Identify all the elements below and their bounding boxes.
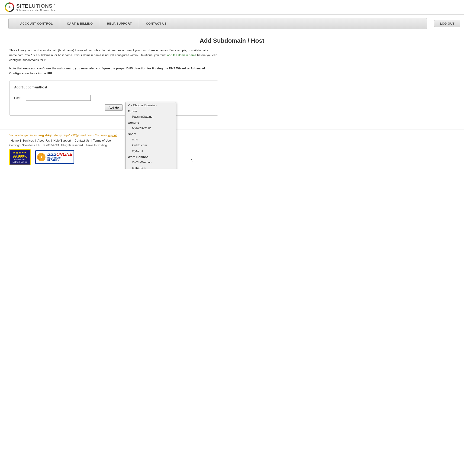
uptime-stars: ★★★★★ xyxy=(12,151,27,154)
dropdown-category-generic: Generic xyxy=(126,119,176,125)
footer-badges: ★★★★★ 99.999% FIVE NINES Network Uptime … xyxy=(9,149,455,165)
copyright: Copyright Sitelutions, LLC. © 2002-2024.… xyxy=(9,144,455,147)
footer-link-contact[interactable]: Contact Us xyxy=(75,139,89,142)
svg-point-1 xyxy=(9,6,10,8)
username: feng zhiqiu xyxy=(38,134,54,137)
bbb-badge: ★ BBBONLINE RELIABILITY PROGRAM xyxy=(35,150,74,164)
footer: You are logged in as feng zhiqiu (fengzh… xyxy=(0,129,464,169)
footer-link-terms[interactable]: Terms of Use xyxy=(93,139,111,142)
header: SITELUTIONS™ Solutions for your site. Al… xyxy=(0,0,464,15)
logged-in-status: You are logged in as feng zhiqiu (fengzh… xyxy=(9,134,455,137)
nav-help-support[interactable]: HELP/SUPPORT xyxy=(100,20,139,27)
bbb-text: BBBONLINE RELIABILITY PROGRAM xyxy=(47,152,72,162)
nav-account-control[interactable]: ACCOUNT CONTROL xyxy=(13,20,60,27)
host-input[interactable] xyxy=(26,95,91,101)
logo-tagline: Solutions for your site. All in one plac… xyxy=(16,9,56,12)
sep3: | xyxy=(51,139,52,142)
sep4: | xyxy=(72,139,73,142)
description: This allows you to add a subdomain (host… xyxy=(9,48,218,62)
dropdown-item-kwikto1[interactable]: kwikto.com xyxy=(126,142,176,148)
add-domain-link[interactable]: add the domain name xyxy=(167,53,196,57)
logo-area: SITELUTIONS™ Solutions for your site. Al… xyxy=(5,2,56,12)
logo-text: SITELUTIONS™ Solutions for your site. Al… xyxy=(16,3,56,12)
footer-link-about[interactable]: About Us xyxy=(37,139,50,142)
logo-icon xyxy=(5,2,14,12)
dropdown-item-passinggas[interactable]: PassingGas.net xyxy=(126,114,176,119)
logo-site: SITE xyxy=(16,3,29,9)
sep1: | xyxy=(20,139,21,142)
nav-cart-billing[interactable]: CART & BILLING xyxy=(60,20,100,27)
add-subdomain-form: Add Subdomain/Host Host: Add Ho xyxy=(9,80,218,116)
logout-button[interactable]: LOG OUT xyxy=(434,20,460,27)
logo-name: SITELUTIONS™ xyxy=(16,3,56,9)
uptime-pct: 99.999% xyxy=(12,154,27,158)
dropdown-item-myfw[interactable]: myfw.us xyxy=(126,148,176,154)
uptime-label2: Network Uptime xyxy=(12,161,27,163)
add-host-button[interactable]: Add Ho xyxy=(105,104,123,111)
sep5: | xyxy=(91,139,92,142)
svg-text:★: ★ xyxy=(40,156,43,159)
page-title: Add Subdomain / Host xyxy=(9,37,455,44)
dropdown-item-choose[interactable]: - Choose Domain - xyxy=(126,102,176,108)
form-title: Add Subdomain/Host xyxy=(14,85,213,91)
nav-contact-us[interactable]: CONTACT US xyxy=(139,20,174,27)
logo-lutions: LUTIONS xyxy=(29,3,53,9)
dropdown-item-rrnu[interactable]: rr.nu xyxy=(126,136,176,142)
dropdown-category-short: Short xyxy=(126,131,176,136)
footer-link-services[interactable]: Services xyxy=(22,139,34,142)
dropdown-menu[interactable]: - Choose Domain - Funny PassingGas.net G… xyxy=(125,102,176,169)
host-row: Host: xyxy=(14,95,213,101)
footer-links: Home | Services | About Us | Help/Suppor… xyxy=(9,139,455,142)
dropdown-item-ontheweb[interactable]: OnTheWeb.nu xyxy=(126,159,176,165)
uptime-label1: FIVE NINES xyxy=(12,158,27,161)
sep2: | xyxy=(35,139,36,142)
footer-link-home[interactable]: Home xyxy=(11,139,19,142)
uptime-badge: ★★★★★ 99.999% FIVE NINES Network Uptime xyxy=(9,149,31,165)
bbb-icon: ★ xyxy=(37,153,46,161)
dropdown-category-funny: Funny xyxy=(126,108,176,114)
dropdown-category-wordcombos: Word Combos xyxy=(126,154,176,159)
dropdown-item-myredirect[interactable]: MyRedirect.us xyxy=(126,125,176,131)
main-content: Add Subdomain / Host This allows you to … xyxy=(0,32,464,120)
dropdown-item-isbest[interactable]: IsTheBe.st xyxy=(126,165,176,169)
logout-link[interactable]: log out xyxy=(108,134,117,137)
note: Note that once you configure the subdoma… xyxy=(9,66,218,76)
nav-bar: ACCOUNT CONTROL CART & BILLING HELP/SUPP… xyxy=(8,18,427,29)
host-label: Host: xyxy=(14,96,23,100)
domain-dropdown[interactable]: - Choose Domain - Funny PassingGas.net G… xyxy=(125,102,176,169)
footer-link-help[interactable]: Help/Support xyxy=(53,139,71,142)
logo-tm: ™ xyxy=(52,3,55,6)
